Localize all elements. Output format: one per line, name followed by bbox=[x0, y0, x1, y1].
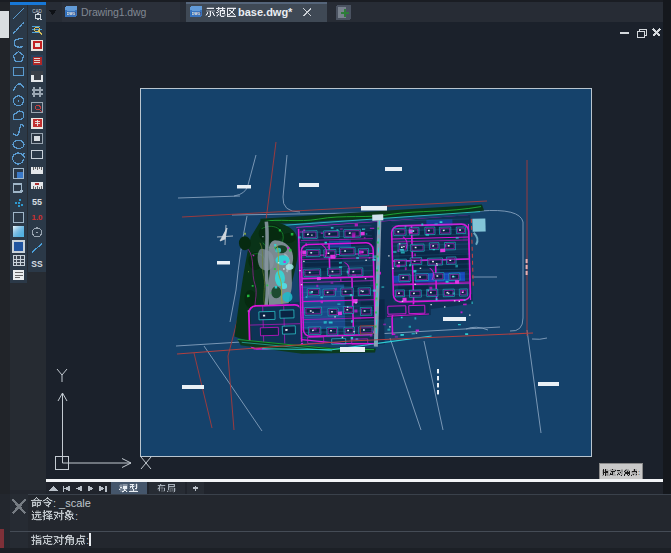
svg-text:1.0: 1.0 bbox=[31, 213, 43, 222]
svg-text:CAD: CAD bbox=[32, 9, 42, 14]
svg-text::: : bbox=[86, 534, 89, 546]
svg-text::: : bbox=[638, 469, 640, 476]
svg-text:SS: SS bbox=[31, 259, 43, 269]
svg-text::: : bbox=[75, 510, 78, 522]
svg-text:55: 55 bbox=[32, 197, 42, 207]
svg-text:: _scale: : _scale bbox=[53, 497, 91, 509]
svg-text:DWG: DWG bbox=[67, 12, 76, 16]
svg-text:DWG: DWG bbox=[192, 12, 201, 16]
svg-text:base.dwg*: base.dwg* bbox=[238, 6, 293, 18]
svg-text:Drawing1.dwg: Drawing1.dwg bbox=[81, 6, 147, 18]
